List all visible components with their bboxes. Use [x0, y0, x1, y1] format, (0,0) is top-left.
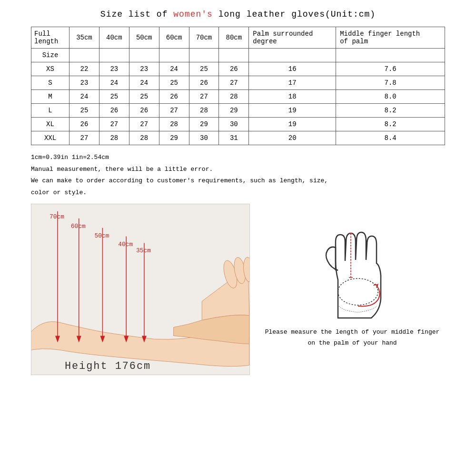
data-cell: 26 [159, 90, 189, 104]
title-of: of [157, 10, 168, 19]
col-60: 60cm [159, 27, 189, 49]
data-cell: 22 [69, 62, 99, 76]
page: Size list of women's long leather gloves… [0, 0, 476, 476]
col-40: 40cm [99, 27, 129, 49]
data-cell: 26 [99, 104, 129, 118]
title-highlight: women's [173, 10, 213, 19]
data-cell: 27 [69, 131, 99, 145]
data-cell: 8.0 [336, 90, 445, 104]
svg-text:Height 176cm: Height 176cm [65, 360, 151, 372]
data-cell: 29 [189, 118, 219, 131]
data-cell: 24 [99, 76, 129, 90]
custom-note: We can make to order according to custom… [31, 175, 445, 198]
col-70: 70cm [189, 27, 219, 49]
measurement-note: Manual measurement, there will be a litt… [31, 164, 445, 176]
size-cell: XS [31, 62, 69, 76]
data-cell: 27 [159, 104, 189, 118]
table-row: XS222323242526167.6 [31, 62, 445, 76]
data-cell: 27 [219, 76, 249, 90]
data-cell: 27 [129, 118, 159, 131]
data-cell: 26 [69, 118, 99, 131]
table-row: XL262727282930198.2 [31, 118, 445, 131]
data-cell: 26 [129, 104, 159, 118]
col-80: 80cm [219, 27, 249, 49]
data-cell: 28 [129, 131, 159, 145]
data-cell: 24 [129, 76, 159, 90]
data-cell: 26 [219, 62, 249, 76]
data-cell: 18 [249, 90, 336, 104]
svg-text:50cm: 50cm [95, 232, 109, 239]
glove-diagram: Please measure the length of your middle… [250, 204, 445, 375]
table-row: L252626272829198.2 [31, 104, 445, 118]
svg-text:60cm: 60cm [71, 222, 86, 229]
data-cell: 16 [249, 62, 336, 76]
data-cell: 27 [99, 118, 129, 131]
data-cell: 24 [159, 62, 189, 76]
data-cell: 23 [99, 62, 129, 76]
svg-text:70cm: 70cm [50, 213, 64, 220]
data-cell: 25 [189, 62, 219, 76]
size-cell: L [31, 104, 69, 118]
size-cell: XXL [31, 131, 69, 145]
data-cell: 29 [219, 104, 249, 118]
table-row: M242525262728188.0 [31, 90, 445, 104]
glove-svg [305, 204, 400, 323]
svg-text:40cm: 40cm [118, 240, 133, 248]
data-cell: 19 [249, 104, 336, 118]
col-finger: Middle finger lengthof palm [336, 27, 445, 49]
size-cell: S [31, 76, 69, 90]
palm-instruction: Please measure the length of your middle… [265, 327, 440, 349]
data-cell: 7.6 [336, 62, 445, 76]
data-cell: 27 [189, 90, 219, 104]
data-cell: 8.2 [336, 118, 445, 131]
data-cell: 25 [159, 76, 189, 90]
arm-diagram: 70cm 60cm 50cm 40cm 35cm Height 176cm [31, 204, 250, 375]
data-cell: 28 [189, 104, 219, 118]
data-cell: 31 [219, 131, 249, 145]
title-suffix: long leather gloves(Unit:cm) [213, 10, 376, 19]
col-size-label: Size [31, 49, 69, 62]
title-prefix: Size list [100, 10, 157, 19]
data-cell: 17 [249, 76, 336, 90]
data-cell: 25 [69, 104, 99, 118]
data-cell: 8.4 [336, 131, 445, 145]
conversion-note: 1cm=0.39in 1in=2.54cm [31, 152, 445, 164]
data-cell: 30 [219, 118, 249, 131]
data-cell: 25 [99, 90, 129, 104]
data-cell: 23 [129, 62, 159, 76]
size-cell: XL [31, 118, 69, 131]
table-row: S232424252627177.8 [31, 76, 445, 90]
notes-section: 1cm=0.39in 1in=2.54cm Manual measurement… [31, 152, 445, 199]
svg-point-20 [338, 278, 378, 305]
page-title: Size list of women's long leather gloves… [14, 10, 462, 19]
data-cell: 29 [159, 131, 189, 145]
bottom-section: 70cm 60cm 50cm 40cm 35cm Height 176cm [31, 204, 445, 375]
col-full-length: Fulllength [31, 27, 69, 49]
arm-svg: 70cm 60cm 50cm 40cm 35cm Height 176cm [31, 204, 249, 375]
col-palm: Palm surroundeddegree [249, 27, 336, 49]
data-cell: 28 [219, 90, 249, 104]
size-cell: M [31, 90, 69, 104]
size-table: Fulllength 35cm 40cm 50cm 60cm 70cm 80cm… [31, 27, 445, 145]
svg-text:35cm: 35cm [136, 247, 151, 254]
data-cell: 30 [189, 131, 219, 145]
data-cell: 26 [189, 76, 219, 90]
data-cell: 7.8 [336, 76, 445, 90]
table-row: XXL272828293031208.4 [31, 131, 445, 145]
data-cell: 8.2 [336, 104, 445, 118]
data-cell: 24 [69, 90, 99, 104]
data-cell: 25 [129, 90, 159, 104]
data-cell: 28 [159, 118, 189, 131]
col-35: 35cm [69, 27, 99, 49]
col-50: 50cm [129, 27, 159, 49]
data-cell: 28 [99, 131, 129, 145]
data-cell: 20 [249, 131, 336, 145]
data-cell: 23 [69, 76, 99, 90]
data-cell: 19 [249, 118, 336, 131]
